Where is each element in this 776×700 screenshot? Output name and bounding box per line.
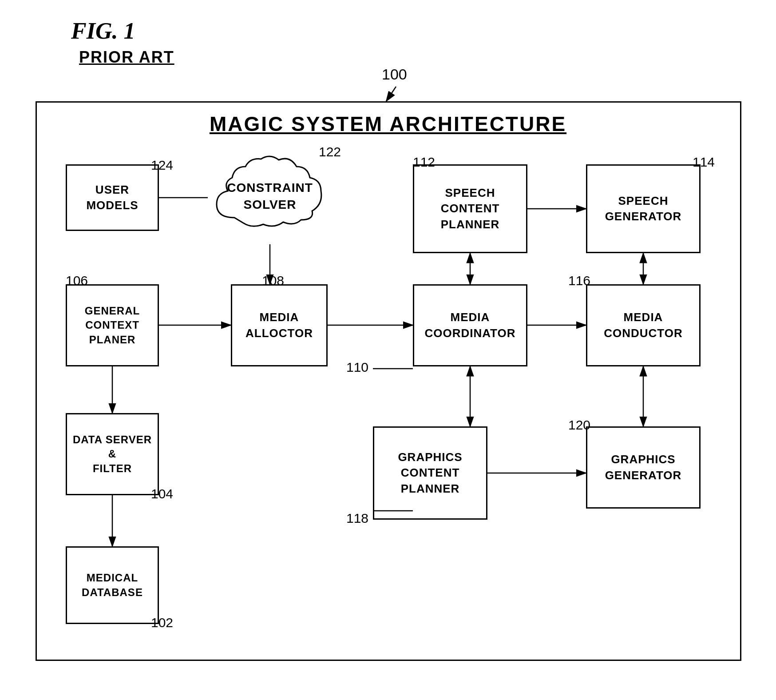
svg-line-2 <box>386 87 396 101</box>
ref-112: 112 <box>413 155 435 170</box>
graphics-content-planner-box: GRAPHICS CONTENT PLANNER <box>373 426 487 520</box>
ref-114: 114 <box>693 155 715 170</box>
prior-art-label: PRIOR ART <box>79 48 174 67</box>
media-coordinator-box: MEDIA COORDINATOR <box>413 284 527 366</box>
constraint-solver-cloud: CONSTRAINT SOLVER <box>208 147 332 246</box>
ref-122: 122 <box>319 144 341 159</box>
user-models-box: USER MODELS <box>66 164 159 231</box>
ref-116: 116 <box>568 273 590 288</box>
diagram-title: MAGIC SYSTEM ARCHITECTURE <box>0 112 776 136</box>
ref-102: 102 <box>151 615 173 630</box>
general-context-planer-box: GENERAL CONTEXT PLANER <box>66 284 159 366</box>
ref-124: 124 <box>151 158 173 173</box>
ref-106: 106 <box>66 273 88 288</box>
ref-100: 100 <box>382 66 407 83</box>
graphics-generator-box: GRAPHICS GENERATOR <box>586 426 701 509</box>
medical-database-box: MEDICAL DATABASE <box>66 546 159 624</box>
ref-108: 108 <box>262 273 284 288</box>
media-conductor-box: MEDIA CONDUCTOR <box>586 284 701 366</box>
speech-content-planner-box: SPEECH CONTENT PLANNER <box>413 164 527 253</box>
page: FIG. 1 PRIOR ART 100 MAGIC SYSTEM ARCHIT… <box>0 0 776 700</box>
ref-110: 110 <box>346 360 368 375</box>
figure-label: FIG. 1 <box>71 18 135 44</box>
data-server-filter-box: DATA SERVER & FILTER <box>66 413 159 495</box>
speech-generator-box: SPEECH GENERATOR <box>586 164 701 253</box>
ref-118: 118 <box>346 511 368 526</box>
media-alloctor-box: MEDIA ALLOCTOR <box>231 284 328 366</box>
ref-104: 104 <box>151 486 173 501</box>
ref-120: 120 <box>568 418 590 433</box>
